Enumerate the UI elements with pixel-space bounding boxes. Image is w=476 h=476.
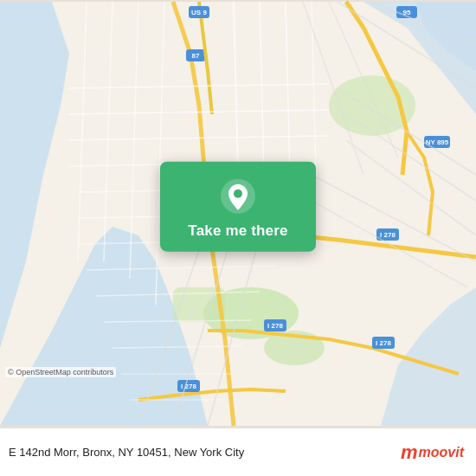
location-card: Take me there (160, 162, 316, 252)
moovit-logo: m moovit (401, 441, 464, 464)
address-label: E 142nd Morr, Bronx, NY 10451, New York … (9, 446, 401, 459)
svg-text:87: 87 (192, 52, 200, 60)
map-container: 87 87 US 9 95 NY 895 I 278 I 278 (0, 0, 476, 428)
svg-text:I 278: I 278 (380, 231, 396, 239)
svg-point-62 (234, 190, 242, 198)
svg-text:I 278: I 278 (267, 322, 283, 330)
svg-text:I 278: I 278 (181, 383, 196, 390)
take-me-there-button[interactable]: Take me there (188, 222, 287, 240)
svg-text:I 278: I 278 (376, 339, 391, 347)
moovit-logo-m: m (401, 441, 417, 464)
moovit-logo-text: moovit (419, 445, 464, 460)
map-attribution: © OpenStreetMap contributors (5, 367, 116, 377)
app: 87 87 US 9 95 NY 895 I 278 I 278 (0, 0, 476, 476)
bottom-bar: E 142nd Morr, Bronx, NY 10451, New York … (0, 428, 476, 476)
location-pin-icon (219, 177, 257, 215)
svg-text:US 9: US 9 (191, 9, 207, 16)
